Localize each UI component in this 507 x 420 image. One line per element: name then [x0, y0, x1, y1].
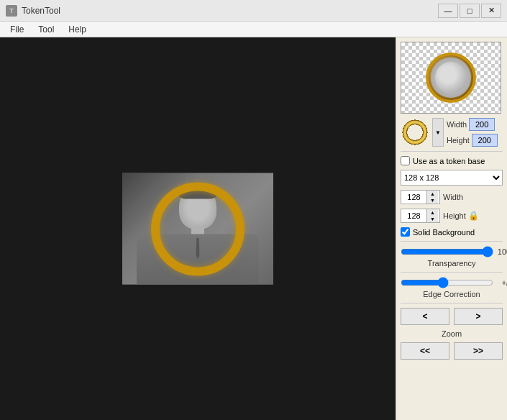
- nav-prev-button[interactable]: <: [401, 308, 449, 325]
- height-spin-up[interactable]: ▲: [426, 209, 438, 216]
- menu-file[interactable]: File: [3, 23, 31, 36]
- close-button[interactable]: ✕: [481, 4, 501, 18]
- height-spin-row: ▲ ▼ Height 🔒: [401, 209, 503, 223]
- divider-3: [401, 272, 503, 273]
- height-spin-down[interactable]: ▼: [426, 216, 438, 222]
- divider-4: [401, 303, 503, 303]
- menu-tool[interactable]: Tool: [31, 23, 61, 36]
- solid-bg-row: Solid Background: [401, 227, 503, 237]
- width-row: Width: [447, 118, 503, 131]
- width-spin-input[interactable]: [401, 191, 426, 204]
- height-spin-input[interactable]: [401, 209, 426, 222]
- edge-correction-value: +/- 1: [496, 278, 507, 287]
- nav-next-button[interactable]: >: [454, 308, 503, 325]
- main-container: ▼ Width Height Use as a token base 128 x…: [0, 37, 507, 420]
- ring-dropdown-button[interactable]: ▼: [432, 118, 444, 147]
- app-icon: T: [6, 5, 17, 17]
- lock-icon: 🔒: [469, 211, 479, 221]
- wh-row: ▼ Width Height: [401, 118, 503, 147]
- edge-correction-container: +/- 1 Edge Correction: [401, 277, 503, 298]
- transparency-slider-row: 100%: [401, 246, 503, 257]
- preview-area: [401, 42, 501, 114]
- height-spin-buttons: ▲ ▼: [426, 209, 438, 222]
- edge-slider-row: +/- 1: [401, 277, 503, 288]
- width-spin-up[interactable]: ▲: [426, 191, 438, 197]
- menu-bar: File Tool Help: [0, 22, 507, 37]
- transparency-value: 100%: [496, 247, 507, 256]
- zoom-label: Zoom: [401, 329, 503, 338]
- portrait-image: [122, 173, 273, 285]
- nav-row-2: << >>: [401, 342, 503, 360]
- width-spin-row: ▲ ▼ Width: [401, 190, 503, 204]
- solid-background-label[interactable]: Solid Background: [413, 228, 475, 237]
- ring-preview: [401, 118, 429, 147]
- width-spinbox: ▲ ▼: [401, 190, 440, 204]
- minimize-button[interactable]: —: [438, 4, 458, 18]
- size-dropdown[interactable]: 128 x 128 64 x 64 256 x 256 512 x 512: [401, 170, 503, 186]
- divider-2: [401, 241, 503, 242]
- width-input[interactable]: [469, 118, 495, 131]
- width-spin-down[interactable]: ▼: [426, 197, 438, 204]
- wh-labels: Width Height: [447, 118, 503, 147]
- title-bar: T TokenTool — □ ✕: [0, 0, 507, 22]
- height-spin-label: Height: [443, 211, 466, 220]
- preview-face: [431, 58, 471, 98]
- right-panel: ▼ Width Height Use as a token base 128 x…: [396, 37, 507, 420]
- token-base-label[interactable]: Use as a token base: [413, 157, 485, 165]
- edge-correction-slider[interactable]: [401, 277, 493, 288]
- zoom-out-button[interactable]: <<: [401, 342, 449, 360]
- height-spinbox: ▲ ▼: [401, 209, 440, 223]
- solid-background-checkbox[interactable]: [401, 227, 410, 237]
- height-input[interactable]: [472, 134, 498, 147]
- token-base-checkbox[interactable]: [401, 156, 410, 165]
- height-row: Height: [447, 134, 503, 147]
- canvas-image-container: [122, 173, 273, 285]
- height-label: Height: [447, 136, 470, 145]
- width-spin-label: Width: [443, 193, 463, 201]
- width-label: Width: [447, 120, 467, 129]
- transparency-container: 100% Transparency: [401, 246, 503, 268]
- token-base-row: Use as a token base: [401, 156, 503, 165]
- nav-row-1: < >: [401, 308, 503, 325]
- edge-correction-label: Edge Correction: [401, 290, 503, 298]
- menu-help[interactable]: Help: [61, 23, 93, 36]
- canvas-area[interactable]: [0, 37, 396, 420]
- maximize-button[interactable]: □: [460, 4, 480, 18]
- width-spin-buttons: ▲ ▼: [426, 191, 438, 204]
- transparency-label: Transparency: [401, 259, 503, 268]
- divider-1: [401, 151, 503, 152]
- transparency-slider[interactable]: [401, 246, 493, 257]
- app-title: TokenTool: [22, 6, 60, 16]
- preview-token: [426, 52, 476, 103]
- zoom-in-button[interactable]: >>: [454, 342, 503, 360]
